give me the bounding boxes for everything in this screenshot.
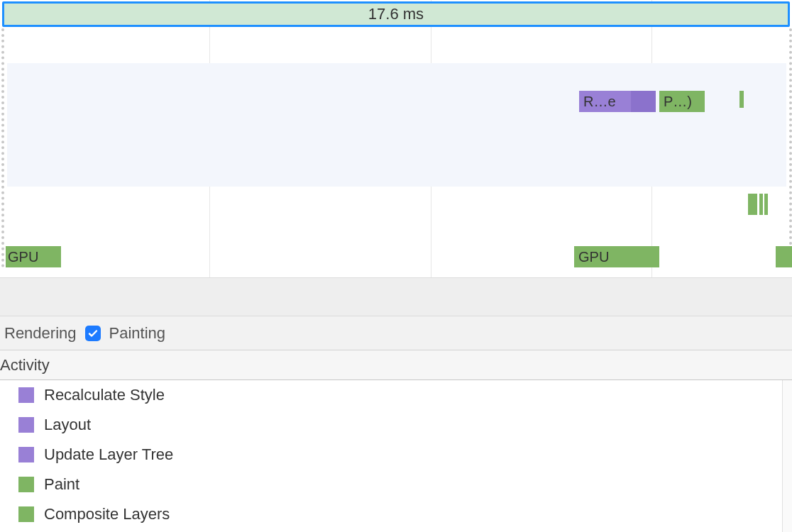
activity-column-header[interactable]: Activity bbox=[0, 350, 792, 380]
event-label: GPU bbox=[8, 249, 38, 265]
activity-row-paint[interactable]: Paint bbox=[0, 470, 792, 499]
filter-painting-label[interactable]: Painting bbox=[109, 324, 166, 343]
panel-separator bbox=[0, 277, 792, 316]
event-label: R…e bbox=[583, 94, 616, 109]
event-paint[interactable]: P…) bbox=[659, 91, 705, 112]
color-swatch-icon bbox=[18, 387, 34, 403]
activity-label: Paint bbox=[44, 475, 79, 494]
color-swatch-icon bbox=[18, 477, 34, 492]
activity-row-layout[interactable]: Layout bbox=[0, 410, 792, 440]
checkmark-icon bbox=[87, 328, 99, 339]
event-raster[interactable] bbox=[764, 194, 768, 215]
color-swatch-icon bbox=[18, 506, 34, 522]
timeline-rail-left bbox=[1, 28, 4, 267]
activity-label: Composite Layers bbox=[44, 505, 170, 523]
event-recalculate-style-tail[interactable] bbox=[631, 91, 656, 112]
filter-painting-checkbox[interactable] bbox=[85, 326, 101, 341]
activity-label: Layout bbox=[44, 416, 91, 434]
event-raster[interactable] bbox=[759, 194, 763, 215]
event-label: P…) bbox=[664, 94, 692, 109]
activity-scrollbar[interactable] bbox=[782, 380, 792, 532]
activity-label: Recalculate Style bbox=[44, 386, 165, 404]
filter-rendering-label[interactable]: Rendering bbox=[4, 324, 77, 343]
timeline-rail-right bbox=[789, 28, 792, 267]
color-swatch-icon bbox=[18, 417, 34, 433]
flame-chart[interactable]: 17.6 ms R…e P…) GPU GPU bbox=[0, 0, 792, 277]
category-filter-bar: Rendering Painting bbox=[0, 316, 792, 350]
activity-list: Recalculate Style Layout Update Layer Tr… bbox=[0, 380, 792, 532]
event-gpu[interactable] bbox=[776, 246, 792, 267]
event-raster[interactable] bbox=[748, 194, 757, 215]
activity-row-composite-layers[interactable]: Composite Layers bbox=[0, 499, 792, 529]
frame-duration-label: 17.6 ms bbox=[368, 5, 424, 23]
event-gpu[interactable]: GPU bbox=[6, 246, 61, 267]
event-composite-tick[interactable] bbox=[739, 91, 744, 108]
activity-row-recalculate-style[interactable]: Recalculate Style bbox=[0, 380, 792, 410]
activity-header-label: Activity bbox=[0, 356, 50, 374]
event-gpu[interactable]: GPU bbox=[574, 246, 659, 267]
event-recalculate-style[interactable]: R…e bbox=[579, 91, 631, 112]
main-thread-track bbox=[7, 63, 786, 187]
activity-row-update-layer-tree[interactable]: Update Layer Tree bbox=[0, 440, 792, 470]
frame-duration-bar[interactable]: 17.6 ms bbox=[2, 1, 790, 27]
color-swatch-icon bbox=[18, 447, 34, 462]
activity-label: Update Layer Tree bbox=[44, 445, 173, 464]
event-label: GPU bbox=[578, 249, 609, 265]
